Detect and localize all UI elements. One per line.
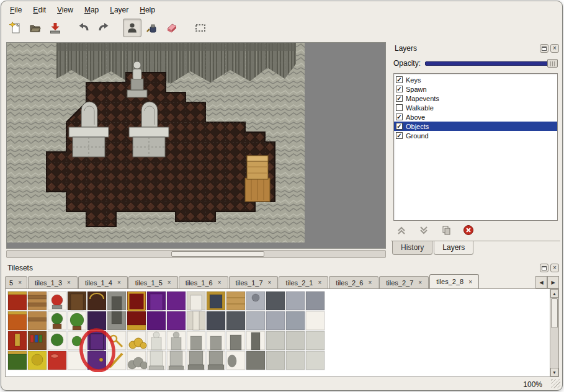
layers-panel-title: Layers [395,44,417,53]
copy-icon [441,225,452,236]
layer-row-spawn[interactable]: ✓ Spawn [394,84,557,94]
layer-checkbox[interactable]: ✓ [396,76,403,83]
tileset-tiles[interactable] [7,290,354,372]
float-panel-button[interactable] [540,264,548,272]
close-panel-button[interactable]: × [550,264,559,272]
layer-name: Ground [406,132,429,140]
tab-history[interactable]: History [392,241,432,255]
tileset-view[interactable]: ▲ ▼ [5,288,559,377]
undo-button[interactable] [74,19,93,37]
layer-checkbox[interactable]: ✓ [396,86,403,92]
canvas-hscrollbar[interactable] [6,250,386,258]
map-canvas[interactable] [6,42,386,249]
tab-close-icon[interactable]: × [117,279,121,286]
save-icon [48,21,62,35]
toolbar-separator [66,19,73,37]
layer-actions [395,223,475,237]
tab-label: tiles_1_7 [236,279,263,287]
menu-layer[interactable]: Layer [105,4,133,16]
delete-layer-button[interactable] [462,223,475,237]
layer-row-above[interactable]: ✓ Above [394,112,557,122]
toolbar [1,16,562,40]
tab-close-icon[interactable]: × [418,279,422,286]
double-up-arrow-icon [396,225,407,236]
layer-row-keys[interactable]: ✓ Keys [394,75,557,84]
redo-button[interactable] [94,19,113,37]
toolbar-separator [114,19,122,37]
map-svg [7,43,385,248]
opacity-slider-track[interactable] [425,61,558,66]
tileset-tab-9[interactable]: tiles_2_8 × [429,274,479,288]
menu-map[interactable]: Map [79,4,104,16]
layer-name: Spawn [406,86,427,93]
menu-view[interactable]: View [52,4,78,16]
tab-close-icon[interactable]: × [368,279,372,286]
layer-checkbox[interactable]: ✓ [396,114,403,120]
tileset-tab-0[interactable]: 5 × [5,276,27,288]
hscrollbar-thumb[interactable] [171,251,264,257]
float-icon [542,47,547,51]
layer-checkbox[interactable] [396,104,403,111]
tab-close-icon[interactable]: × [168,279,171,286]
scroll-tabs-right-button[interactable]: ▶ [547,276,559,288]
menu-help[interactable]: Help [135,4,160,16]
layer-row-ground[interactable]: ✓ Ground [394,131,557,140]
tab-close-icon[interactable]: × [67,279,71,286]
layer-row-objects[interactable]: ✓ Objects [394,122,557,131]
tileset-tab-5[interactable]: tiles_1_7 × [229,276,279,288]
fill-tool-button[interactable] [143,19,161,37]
duplicate-layer-button[interactable] [439,223,453,237]
tab-close-icon[interactable]: × [18,279,22,286]
tileset-tab-8[interactable]: tiles_2_7 × [379,276,429,288]
tileset-tab-6[interactable]: tiles_2_1 × [279,276,328,288]
layer-row-walkable[interactable]: Walkable [394,103,557,112]
eraser-icon [165,21,179,35]
layer-checkbox[interactable]: ✓ [396,132,403,139]
vscrollbar-thumb[interactable] [551,298,558,328]
tab-label: tiles_2_8 [436,278,463,285]
layer-name: Above [406,114,425,121]
float-panel-button[interactable] [540,44,548,53]
eraser-tool-button[interactable] [163,19,181,37]
close-panel-button[interactable]: × [550,44,559,53]
tab-close-icon[interactable]: × [268,279,272,286]
tileset-tab-7[interactable]: tiles_2_6 × [329,276,378,288]
tab-layers[interactable]: Layers [434,241,473,255]
tilesets-panel-title: Tilesets [7,264,33,272]
undo-icon [77,21,91,35]
tileset-tab-2[interactable]: tiles_1_4 × [78,276,128,288]
tileset-tab-1[interactable]: tiles_1_3 × [28,276,78,288]
tileset-tab-3[interactable]: tiles_1_5 × [128,276,178,288]
menu-edit[interactable]: Edit [28,4,51,16]
opacity-slider-handle[interactable] [547,59,558,68]
resize-grip[interactable] [551,379,560,388]
tileset-tabs: 5 × tiles_1_3 × tiles_1_4 × tiles_1_5 × … [5,274,532,288]
move-layer-down-button[interactable] [417,223,431,237]
scroll-down-button[interactable]: ▼ [550,368,558,376]
save-map-button[interactable] [46,19,65,37]
tab-close-icon[interactable]: × [468,278,472,285]
tileset-tab-4[interactable]: tiles_1_6 × [179,276,228,288]
layer-row-mapevents[interactable]: ✓ Mapevents [394,94,557,103]
tab-scroll-buttons: ◀ ▶ [535,276,559,288]
move-layer-up-button[interactable] [395,223,408,237]
tab-label: tiles_1_4 [85,279,112,287]
tab-close-icon[interactable]: × [218,279,222,286]
panel-tabs: History Layers [391,241,560,255]
scroll-tabs-left-button[interactable]: ◀ [535,276,547,288]
select-tool-button[interactable] [191,19,210,37]
map-area [7,43,305,243]
layer-checkbox[interactable]: ✓ [396,95,403,102]
tile-grid [8,292,325,370]
layer-checkbox[interactable]: ✓ [396,123,403,130]
status-bar: 100% [1,377,562,391]
open-map-button[interactable] [26,19,45,37]
layers-panel-controls: × [540,44,559,53]
tileset-vscrollbar[interactable]: ▲ ▼ [550,289,558,376]
tab-close-icon[interactable]: × [318,279,322,286]
scroll-up-button[interactable]: ▲ [550,289,558,298]
opacity-slider[interactable] [425,58,558,68]
menu-file[interactable]: File [5,4,27,16]
stamp-tool-button[interactable] [123,19,141,37]
new-map-button[interactable] [6,19,25,37]
